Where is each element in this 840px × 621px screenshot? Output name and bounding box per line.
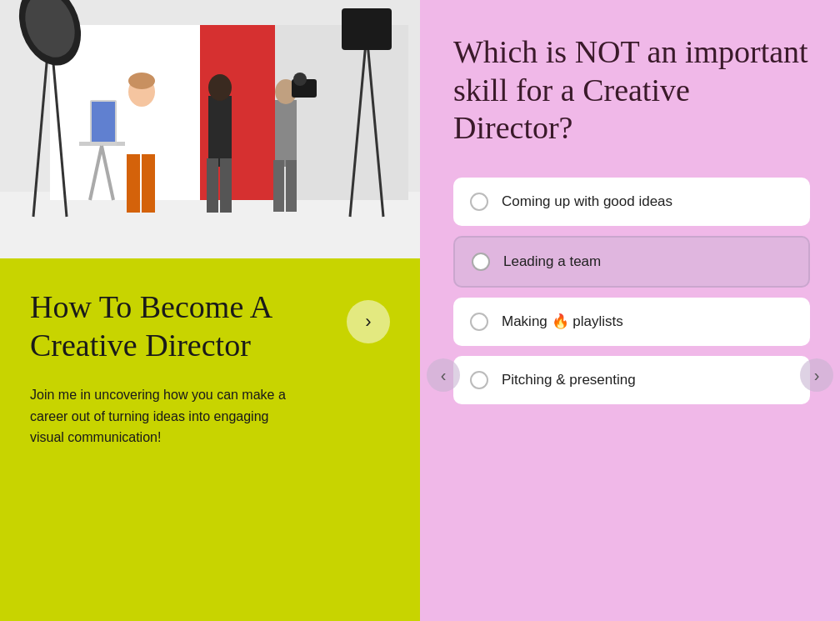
right-panel: Which is NOT an important skill for a Cr… [420, 0, 840, 621]
quiz-option-1[interactable]: Coming up with good ideas [453, 178, 810, 226]
radio-circle-2 [472, 253, 490, 271]
next-nav-button[interactable]: › [800, 358, 833, 392]
option-1-text: Coming up with good ideas [502, 193, 672, 210]
next-button[interactable]: › [347, 300, 390, 343]
quiz-option-3[interactable]: Making 🔥 playlists [453, 298, 810, 346]
content-section: How To Become A Creative Director Join m… [0, 258, 420, 621]
svg-rect-11 [342, 8, 392, 50]
option-4-text: Pitching & presenting [502, 372, 636, 388]
course-title: How To Become A Creative Director [30, 288, 297, 364]
radio-circle-1 [470, 193, 488, 211]
quiz-options: Coming up with good ideas Leading a team… [453, 178, 810, 404]
course-photo [0, 0, 420, 258]
quiz-question: Which is NOT an important skill for a Cr… [453, 33, 810, 148]
option-2-text: Leading a team [503, 253, 601, 270]
course-description: Join me in uncovering how you can make a… [30, 384, 297, 448]
svg-point-16 [128, 73, 155, 89]
radio-circle-4 [470, 371, 488, 389]
svg-rect-19 [207, 158, 218, 213]
svg-rect-24 [286, 160, 297, 212]
svg-rect-14 [142, 154, 155, 213]
svg-rect-20 [220, 158, 232, 213]
svg-rect-22 [275, 100, 297, 167]
svg-rect-18 [208, 96, 232, 167]
svg-point-21 [208, 74, 232, 101]
option-3-text: Making 🔥 playlists [502, 313, 623, 330]
svg-rect-30 [92, 102, 115, 142]
prev-button[interactable]: ‹ [427, 358, 460, 392]
quiz-option-4[interactable]: Pitching & presenting [453, 356, 810, 404]
left-panel: How To Become A Creative Director Join m… [0, 0, 420, 621]
quiz-option-2[interactable]: Leading a team [453, 236, 810, 288]
radio-circle-3 [470, 313, 488, 331]
svg-rect-13 [127, 154, 140, 213]
svg-rect-23 [273, 160, 284, 212]
svg-point-27 [293, 73, 307, 86]
